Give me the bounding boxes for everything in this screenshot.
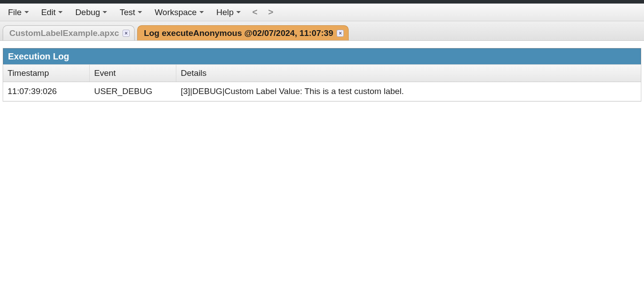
tab-strip: CustomLabelExample.apxc × Log executeAno… — [0, 21, 644, 41]
nav-forward-button[interactable]: > — [263, 7, 279, 17]
cell-timestamp: 11:07:39:026 — [3, 82, 90, 101]
nav-back-button[interactable]: < — [247, 7, 263, 17]
menu-file[interactable]: File — [2, 5, 35, 20]
menu-help-label: Help — [216, 8, 234, 17]
menu-workspace-label: Workspace — [155, 8, 197, 17]
menu-debug-label: Debug — [75, 8, 100, 17]
chevron-down-icon — [199, 11, 204, 13]
table-row[interactable]: 11:07:39:026 USER_DEBUG [3]|DEBUG|Custom… — [3, 82, 641, 101]
table-header-row: Timestamp Event Details — [3, 64, 641, 82]
close-icon[interactable]: × — [337, 30, 344, 37]
chevron-down-icon — [103, 11, 107, 13]
cell-details: [3]|DEBUG|Custom Label Value: This is a … — [176, 82, 641, 101]
menu-debug[interactable]: Debug — [69, 5, 113, 20]
menu-test[interactable]: Test — [113, 5, 148, 20]
tab-label: Log executeAnonymous @02/07/2024, 11:07:… — [144, 28, 333, 38]
execution-log-panel: Execution Log Timestamp Event Details 11… — [3, 48, 641, 102]
window-topbar — [0, 0, 644, 4]
chevron-down-icon — [58, 11, 63, 13]
column-header-details[interactable]: Details — [176, 65, 641, 82]
tab-custom-label-example[interactable]: CustomLabelExample.apxc × — [3, 25, 135, 40]
panel-title: Execution Log — [3, 48, 641, 64]
menu-edit[interactable]: Edit — [35, 5, 69, 20]
table-body: 11:07:39:026 USER_DEBUG [3]|DEBUG|Custom… — [3, 82, 641, 101]
column-header-timestamp[interactable]: Timestamp — [3, 65, 90, 82]
chevron-down-icon — [24, 11, 29, 13]
cell-event: USER_DEBUG — [90, 82, 176, 101]
close-icon[interactable]: × — [123, 30, 130, 37]
chevron-down-icon — [236, 11, 241, 13]
menu-workspace[interactable]: Workspace — [148, 5, 210, 20]
column-header-event[interactable]: Event — [90, 65, 176, 82]
menubar: File Edit Debug Test Workspace Help < > — [0, 4, 644, 21]
menu-test-label: Test — [119, 8, 135, 17]
menu-edit-label: Edit — [41, 8, 56, 17]
menu-file-label: File — [8, 8, 22, 17]
tab-label: CustomLabelExample.apxc — [9, 28, 119, 38]
tab-log-execute-anonymous[interactable]: Log executeAnonymous @02/07/2024, 11:07:… — [137, 25, 349, 40]
chevron-down-icon — [138, 11, 142, 13]
menu-help[interactable]: Help — [210, 5, 247, 20]
